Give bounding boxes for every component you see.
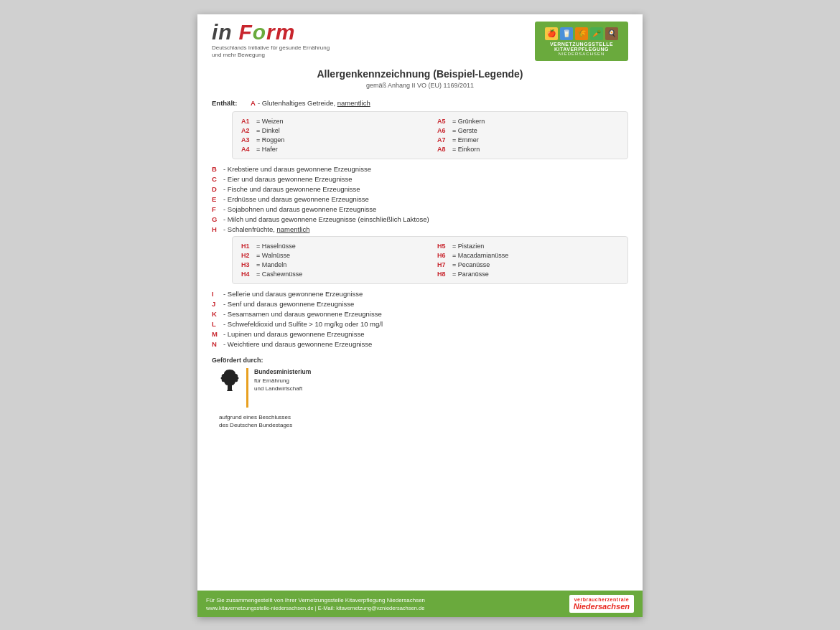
bmel-block: Bundesministerium für Ernährung und Land… — [219, 368, 628, 408]
bottom-bar-left: Für Sie zusammengestellt von Ihrer Verne… — [206, 596, 569, 611]
grid-item-a5: A5 = Grünkern — [437, 118, 619, 125]
bmel-stripe — [246, 368, 248, 408]
sub-title: gemäß Anhang II VO (EU) 1169/2011 — [212, 82, 628, 89]
inform-logo-subtitle: Deutschlands Initiative für gesunde Ernä… — [212, 44, 330, 60]
list-item-j: J - Senf und daraus gewonnene Erzeugniss… — [212, 300, 628, 308]
grid-item-h3: H3 = Mandeln — [241, 261, 423, 268]
kita-icon-egg: 🍳 — [605, 27, 618, 40]
grid-item-h5: H5 = Pistazien — [437, 243, 619, 250]
gefoerdert-label: Gefördert durch: — [212, 357, 628, 364]
grid-item-h4: H4 = Cashewnüsse — [241, 271, 423, 278]
content: Enthält: A - Glutenhaltiges Getreide, na… — [212, 99, 628, 429]
grid-item-a3: A3 = Roggen — [241, 136, 423, 144]
grid-item-a8: A8 = Einkorn — [437, 146, 619, 153]
vz-top: verbraucherzentrale — [574, 597, 630, 602]
bmel-text: Bundesministerium für Ernährung und Land… — [254, 368, 311, 392]
inform-logo-text: in Form — [212, 22, 330, 43]
enthaelt-label: Enthält: — [212, 99, 248, 107]
kita-icon-grain: 🌾 — [575, 27, 588, 40]
list-item-l: L - Schwefeldioxid und Sulfite > 10 mg/k… — [212, 320, 628, 328]
grid-item-h1: H1 = Haselnüsse — [241, 243, 423, 250]
category-a-code: A — [251, 99, 256, 107]
grid-item-h2: H2 = Walnüsse — [241, 252, 423, 259]
vz-logo: verbraucherzentrale Niedersachsen — [569, 595, 634, 613]
category-a-text: - Glutenhaltiges Getreide, namentlich — [258, 99, 370, 107]
header: in Form Deutschlands Initiative für gesu… — [212, 22, 628, 61]
list-item-g: G - Milch und daraus gewonnene Erzeugnis… — [212, 215, 628, 223]
grid-item-h7: H7 = Pecanüsse — [437, 261, 619, 268]
bottom-bar: Für Sie zusammengestellt von Ihrer Verne… — [197, 591, 643, 617]
grid-item-a1: A1 = Weizen — [241, 118, 423, 125]
list-item-b: B - Krebstiere und daraus gewonnene Erze… — [212, 165, 628, 173]
list-item-c: C - Eier und daraus gewonnene Erzeugniss… — [212, 175, 628, 183]
kita-logo: 🍎 🥛 🌾 🥕 🍳 Vernetzungsstelle Kitaverpfleg… — [535, 22, 628, 61]
category-h-grid: H1 = Haselnüsse H5 = Pistazien H2 = Waln… — [232, 236, 628, 284]
namentlich-a: namentlich — [337, 99, 370, 107]
grid-item-a7: A7 = Emmer — [437, 136, 619, 144]
list-item-f: F - Sojabohnen und daraus gewonnene Erze… — [212, 205, 628, 213]
kita-logo-title: Vernetzungsstelle Kitaverpflegung — [538, 42, 625, 52]
list-item-i: I - Sellerie und daraus gewonnene Erzeug… — [212, 290, 628, 298]
kita-icon-apple: 🍎 — [545, 27, 558, 40]
list-item-k: K - Sesamsamen und daraus gewonnene Erze… — [212, 310, 628, 318]
bmel-eagle-icon — [219, 368, 241, 393]
list-item-h: H - Schalenfrüchte, namentlich — [212, 225, 628, 233]
list-item-d: D - Fische und daraus gewonnene Erzeugni… — [212, 185, 628, 193]
grid-item-a2: A2 = Dinkel — [241, 127, 423, 134]
gefoerdert-section: Gefördert durch: Bundesministerium für E… — [212, 357, 628, 429]
grid-item-a6: A6 = Gerste — [437, 127, 619, 134]
kita-logo-subtitle: NIEDERSACHSEN — [559, 52, 605, 56]
list-item-m: M - Lupinen und daraus gewonnene Erzeugn… — [212, 330, 628, 338]
list-item-n: N - Weichtiere und daraus gewonnene Erze… — [212, 340, 628, 348]
vz-bottom: Niedersachsen — [574, 602, 630, 611]
bottom-bar-text: Für Sie zusammengestellt von Ihrer Verne… — [206, 596, 569, 604]
category-a-grid: A1 = Weizen A5 = Grünkern A2 = Dinkel A6… — [232, 111, 628, 159]
grid-item-a4: A4 = Hafer — [241, 146, 423, 153]
namentlich-h: namentlich — [276, 225, 309, 233]
grid-item-h6: H6 = Macadamianüsse — [437, 252, 619, 259]
aufgrund-text: aufgrund eines Beschlusses des Deutschen… — [219, 413, 628, 429]
main-title: Allergenkennzeichnung (Beispiel-Legende) — [212, 68, 628, 80]
kita-icon-carrot: 🥕 — [590, 27, 603, 40]
list-item-e: E - Erdnüsse und daraus gewonnene Erzeug… — [212, 195, 628, 203]
kita-icon-milk: 🥛 — [560, 27, 573, 40]
inform-logo: in Form Deutschlands Initiative für gesu… — [212, 22, 330, 60]
enthaelt-row: Enthält: A - Glutenhaltiges Getreide, na… — [212, 99, 628, 107]
page: in Form Deutschlands Initiative für gesu… — [197, 14, 643, 617]
bottom-bar-link: www.kitavernetzungsstelle-niedersachsen.… — [206, 605, 569, 611]
kita-icons-row: 🍎 🥛 🌾 🥕 🍳 — [545, 27, 618, 40]
grid-item-h8: H8 = Paranüsse — [437, 271, 619, 278]
